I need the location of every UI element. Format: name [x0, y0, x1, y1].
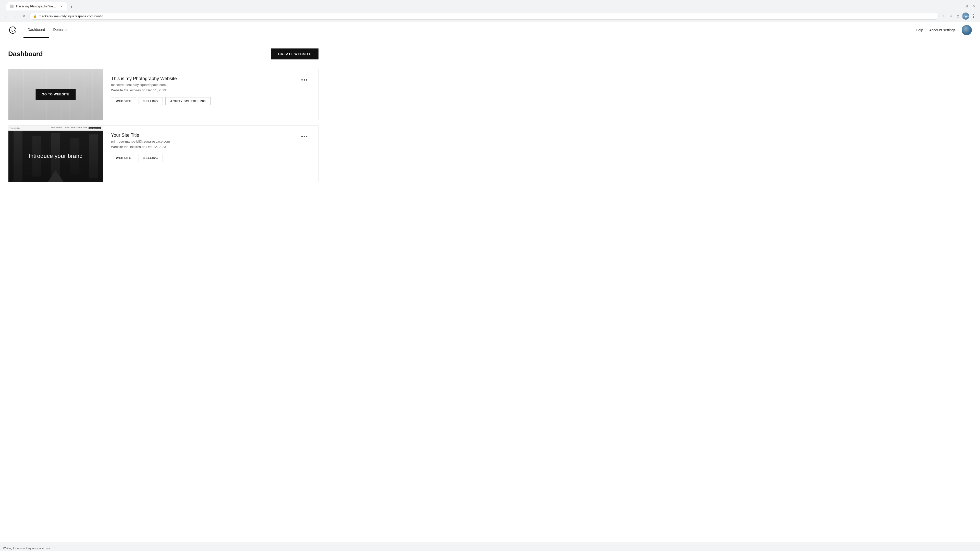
browser-more-button[interactable]: ⋮ [970, 13, 977, 19]
site-menu-button-brand[interactable]: ••• [299, 133, 310, 141]
forward-button[interactable]: → [12, 13, 18, 19]
site-tag-selling-brand[interactable]: SELLING [138, 154, 163, 162]
site-trial-photography: Website trial expires on Dec 11, 2023 [111, 88, 210, 92]
app-container: Dashboard Domains Help Account settings … [0, 22, 980, 542]
site-tag-website-brand[interactable]: WEBSITE [111, 154, 136, 162]
back-button[interactable]: ← [3, 13, 10, 19]
site-url-photography: mackerel-seal-nldy.squarespace.com [111, 83, 210, 87]
tab-bar: This is my Photography Website ✕ + [3, 2, 78, 11]
site-thumbnail-photography: GO TO WEBSITE [8, 69, 103, 120]
site-card-photography: GO TO WEBSITE This is my Photography Web… [8, 68, 318, 120]
create-website-button[interactable]: CREATE WEBSITE [271, 48, 318, 59]
active-tab[interactable]: This is my Photography Website ✕ [6, 2, 67, 11]
site-info-text-brand: Your Site Title primrose-mango-b83r.squa… [111, 133, 170, 162]
browser-titlebar: This is my Photography Website ✕ + — ⧉ ✕ [0, 0, 980, 11]
new-tab-button[interactable]: + [68, 3, 75, 11]
window-controls: — ⧉ ✕ [957, 3, 977, 9]
minibar-links: Shop Services Courses About Contact Get … [51, 127, 101, 129]
browser-chrome: This is my Photography Website ✕ + — ⧉ ✕… [0, 0, 980, 22]
address-text: mackerel-seal-nldy.squarespace.com/confi… [39, 14, 935, 18]
col-5 [89, 135, 98, 178]
extensions-button[interactable]: ⊡ [955, 13, 961, 19]
site-info-header: This is my Photography Website mackerel-… [111, 76, 310, 105]
brand-hero: Introduce your brand [8, 130, 103, 182]
browser-profile-avatar[interactable]: Incognito [962, 13, 969, 20]
brand-hero-text: Introduce your brand [29, 153, 83, 159]
minibar-link-shop: Shop [51, 127, 55, 129]
tab-title: This is my Photography Website [16, 5, 57, 8]
site-card-brand: Your Site Title Shop Services Courses Ab… [8, 125, 318, 182]
thumbnail-minibar: Your Site Title Shop Services Courses Ab… [8, 125, 103, 130]
minibar-link-about: About [71, 127, 75, 129]
profile-label: Incognito [962, 14, 969, 17]
address-bar-row: ← → ✕ 🔒 mackerel-seal-nldy.squarespace.c… [0, 11, 980, 22]
status-text: Waiting for account.squarespace.com... [3, 547, 52, 550]
bookmark-button[interactable]: ☆ [941, 13, 947, 19]
col-1 [14, 130, 22, 182]
page-title: Dashboard [8, 50, 43, 58]
tab-favicon [10, 5, 14, 8]
site-tag-acuity[interactable]: ACUITY SCHEDULING [165, 97, 210, 105]
minibar-link-services: Services [56, 127, 62, 129]
site-tags-brand: WEBSITE SELLING [111, 154, 170, 162]
lock-icon: 🔒 [33, 14, 37, 18]
user-avatar[interactable] [962, 25, 972, 35]
site-info-text: This is my Photography Website mackerel-… [111, 76, 210, 105]
site-info-brand: Your Site Title primrose-mango-b83r.squa… [103, 125, 318, 182]
dashboard-header: Dashboard CREATE WEBSITE [8, 48, 318, 59]
minimize-button[interactable]: — [957, 3, 963, 9]
tab-close-button[interactable]: ✕ [59, 4, 64, 8]
address-actions: ☆ ⬇ ⊡ Incognito ⋮ [941, 13, 977, 20]
site-thumbnail-brand: Your Site Title Shop Services Courses Ab… [8, 125, 103, 182]
site-info-header-brand: Your Site Title primrose-mango-b83r.squa… [111, 133, 310, 162]
account-settings-link[interactable]: Account settings [929, 28, 956, 32]
reload-button[interactable]: ✕ [21, 13, 27, 19]
site-name-photography: This is my Photography Website [111, 76, 210, 81]
avatar-image [962, 25, 972, 35]
site-info-photography: This is my Photography Website mackerel-… [103, 69, 318, 120]
site-tags-photography: WEBSITE SELLING ACUITY SCHEDULING [111, 97, 210, 105]
nav-link-domains[interactable]: Domains [49, 22, 72, 38]
site-tag-website[interactable]: WEBSITE [111, 97, 136, 105]
nav-links: Dashboard Domains [24, 22, 72, 38]
minibar-link-contact: Contact [76, 127, 82, 129]
minibar-site-title: Your Site Title [11, 127, 20, 129]
top-nav: Dashboard Domains Help Account settings [0, 22, 980, 38]
address-bar[interactable]: 🔒 mackerel-seal-nldy.squarespace.com/con… [29, 13, 939, 20]
maximize-button[interactable]: ⧉ [964, 3, 970, 9]
site-name-brand: Your Site Title [111, 133, 170, 138]
site-url-brand: primrose-mango-b83r.squarespace.com [111, 140, 170, 143]
close-button[interactable]: ✕ [971, 3, 977, 9]
site-tag-selling[interactable]: SELLING [138, 97, 163, 105]
minibar-link-getit: Get it [83, 127, 87, 129]
photo-thumbnail-bg: GO TO WEBSITE [8, 69, 103, 120]
main-content: Dashboard CREATE WEBSITE GO TO WEBSITE T… [0, 38, 327, 197]
minibar-badge: Book appointment [89, 127, 101, 129]
nav-link-dashboard[interactable]: Dashboard [24, 22, 49, 38]
top-nav-right: Help Account settings [916, 25, 972, 35]
site-trial-brand: Website trial expires on Dec 12, 2023 [111, 145, 170, 149]
minibar-link-courses: Courses [64, 127, 69, 129]
site-menu-button-photography[interactable]: ••• [299, 76, 310, 84]
download-button[interactable]: ⬇ [948, 13, 954, 19]
status-bar: Waiting for account.squarespace.com... [0, 545, 980, 551]
go-to-website-button[interactable]: GO TO WEBSITE [36, 89, 76, 100]
brand-shape [48, 170, 63, 182]
squarespace-logo[interactable] [8, 25, 18, 35]
help-link[interactable]: Help [916, 28, 923, 32]
